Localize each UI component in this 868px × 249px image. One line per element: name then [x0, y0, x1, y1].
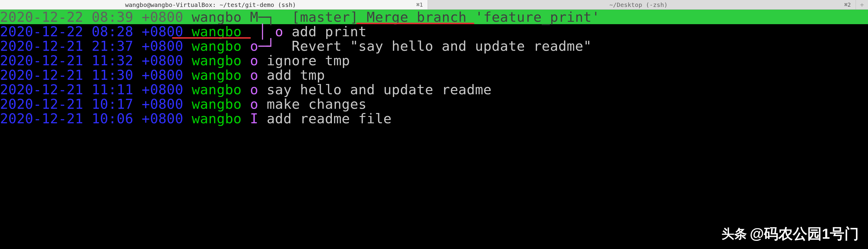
- commit-row[interactable]: 2020-12-21 11:32 +0800 wangbo o ignore t…: [0, 53, 868, 68]
- commit-row[interactable]: 2020-12-21 10:17 +0800 wangbo o make cha…: [0, 97, 868, 111]
- commit-date: 2020-12-21 11:11 +0800: [0, 83, 183, 96]
- commit-author: wangbo: [192, 54, 242, 67]
- terminal-output[interactable]: 2020-12-22 08:39 +0800 wangbo M─┐ [maste…: [0, 10, 868, 126]
- commit-author: wangbo: [192, 112, 242, 125]
- commit-marker: o: [250, 54, 258, 67]
- commit-marker: M: [250, 10, 258, 24]
- commit-message: add print: [292, 25, 367, 38]
- commit-date: 2020-12-21 21:37 +0800: [0, 39, 183, 53]
- tab-2[interactable]: ~/Desktop (-zsh) ⌘2: [428, 0, 856, 9]
- commit-date: 2020-12-21 11:30 +0800: [0, 68, 183, 82]
- commit-graph: ─┘: [258, 39, 283, 53]
- commit-marker: o: [250, 68, 258, 82]
- commit-date: 2020-12-21 11:32 +0800: [0, 54, 183, 67]
- commit-author: wangbo: [192, 39, 242, 53]
- plus-icon: +: [860, 1, 864, 8]
- commit-graph: ─┐: [258, 10, 283, 24]
- tab-title: wangbo@wangbo-VirtualBox: ~/test/git-dem…: [5, 1, 416, 8]
- commit-date: 2020-12-22 08:39 +0800: [0, 10, 183, 24]
- commit-author: wangbo: [192, 97, 242, 111]
- commit-author: wangbo: [192, 68, 242, 82]
- commit-row[interactable]: 2020-12-22 08:39 +0800 wangbo M─┐ [maste…: [0, 10, 868, 24]
- commit-marker: I: [250, 112, 258, 125]
- add-tab-button[interactable]: +: [856, 0, 868, 9]
- commit-author: wangbo: [192, 83, 242, 96]
- watermark-prefix: 头条: [721, 225, 747, 242]
- tab-bar: wangbo@wangbo-VirtualBox: ~/test/git-dem…: [0, 0, 868, 10]
- commit-message: add readme file: [267, 112, 392, 125]
- commit-row[interactable]: 2020-12-21 11:30 +0800 wangbo o add tmp: [0, 68, 868, 82]
- commit-marker: [250, 25, 258, 38]
- tab-shortcut: ⌘1: [416, 1, 423, 8]
- watermark: 头条 @码农公园1号门: [721, 224, 859, 244]
- commit-branch: [master]: [292, 10, 367, 24]
- commit-author: wangbo: [192, 25, 242, 38]
- tab-1[interactable]: wangbo@wangbo-VirtualBox: ~/test/git-dem…: [0, 0, 428, 9]
- commit-date: 2020-12-21 10:06 +0800: [0, 112, 183, 125]
- commit-marker: o: [250, 83, 258, 96]
- commit-message: make changes: [267, 97, 367, 111]
- commit-row[interactable]: 2020-12-21 11:11 +0800 wangbo o say hell…: [0, 82, 868, 97]
- tab-shortcut: ⌘2: [844, 1, 851, 8]
- commit-row[interactable]: 2020-12-22 08:28 +0800 wangbo │ o add pr…: [0, 24, 868, 39]
- commit-message: ignore tmp: [267, 54, 350, 67]
- watermark-text: @码农公园1号门: [750, 224, 859, 244]
- commit-message: Revert "say hello and update readme": [292, 39, 592, 53]
- commit-row[interactable]: 2020-12-21 10:06 +0800 wangbo I add read…: [0, 111, 868, 126]
- commit-marker: o: [250, 97, 258, 111]
- commit-author: wangbo: [192, 10, 242, 24]
- commit-date: 2020-12-21 10:17 +0800: [0, 97, 183, 111]
- commit-date: 2020-12-22 08:28 +0800: [0, 25, 183, 38]
- tab-title: ~/Desktop (-zsh): [433, 1, 844, 8]
- commit-message: say hello and update readme: [267, 83, 492, 96]
- commit-row[interactable]: 2020-12-21 21:37 +0800 wangbo o─┘ Revert…: [0, 39, 868, 53]
- commit-marker: o: [250, 39, 258, 53]
- commit-message: Merge branch 'feature_print': [367, 10, 600, 24]
- commit-graph: │ o: [258, 25, 283, 38]
- commit-message: add tmp: [267, 68, 325, 82]
